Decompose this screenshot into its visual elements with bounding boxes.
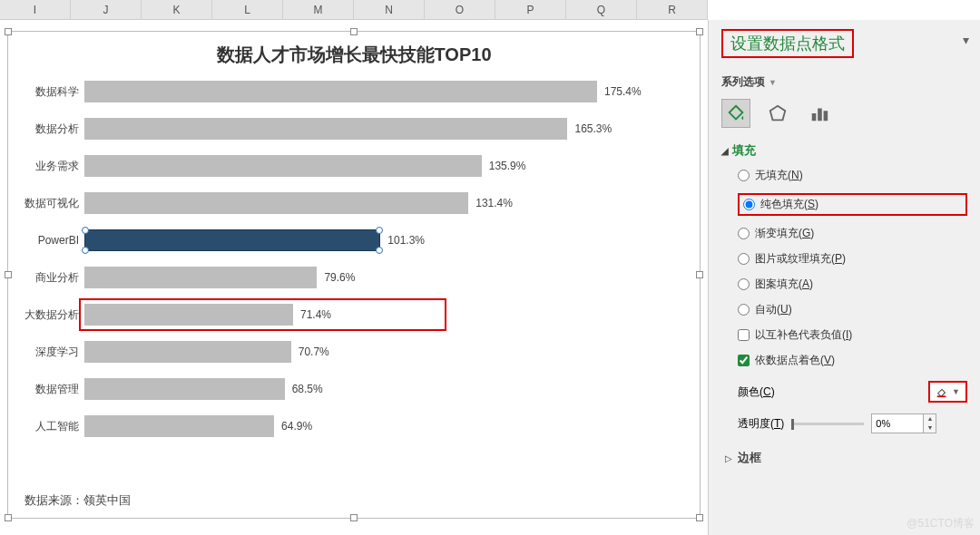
- bar-value-label: 135.9%: [489, 160, 526, 172]
- column-header[interactable]: N: [354, 0, 425, 19]
- bar-fill[interactable]: [84, 118, 567, 140]
- bar-fill[interactable]: [84, 415, 274, 437]
- svg-rect-4: [937, 395, 946, 397]
- main-layout: 数据人才市场增长最快技能TOP10 数据科学 175.4% 数据分析 165.3…: [0, 20, 980, 535]
- invert-negative-checkbox[interactable]: 以互补色代表负值(I): [738, 327, 967, 343]
- column-header[interactable]: R: [637, 0, 708, 19]
- column-header[interactable]: I: [0, 0, 71, 19]
- vary-by-point-checkbox[interactable]: 依数据点着色(V): [738, 353, 967, 368]
- series-tab-icon[interactable]: [805, 99, 834, 128]
- chart-source: 数据来源：领英中国: [24, 492, 131, 509]
- bar-row: 数据管理 68.5%: [24, 375, 683, 403]
- bar-value-label: 68.5%: [292, 383, 323, 395]
- color-row: 颜色(C) ▼: [721, 381, 967, 403]
- column-header[interactable]: P: [495, 0, 566, 19]
- column-header[interactable]: M: [283, 0, 354, 19]
- transparency-label: 透明度(T): [738, 416, 784, 432]
- transparency-input[interactable]: [871, 413, 924, 433]
- bar-fill[interactable]: [84, 81, 597, 102]
- bar-value-label: 71.4%: [300, 308, 331, 321]
- chart-container[interactable]: 数据人才市场增长最快技能TOP10 数据科学 175.4% 数据分析 165.3…: [7, 31, 701, 519]
- fill-option-gradient[interactable]: 渐变填充(G): [738, 226, 967, 241]
- panel-title: 设置数据点格式: [730, 34, 845, 53]
- bar-value-label: 64.9%: [281, 420, 312, 433]
- bar-row: 深度学习 70.7%: [24, 338, 683, 365]
- bar-row: 数据可视化 131.4%: [24, 190, 683, 217]
- chart-title[interactable]: 数据人才市场增长最快技能TOP10: [24, 43, 683, 67]
- fill-option-none[interactable]: 无填充(N): [738, 168, 967, 183]
- bar-value-label: 101.3%: [387, 234, 425, 247]
- series-options-label: 系列选项: [721, 74, 765, 90]
- bar-value-label: 70.7%: [299, 345, 329, 358]
- bar-category-label: 数据可视化: [24, 196, 84, 211]
- bar-category-label: 业务需求: [24, 159, 84, 174]
- paint-bucket-icon: [936, 385, 948, 398]
- dropdown-icon: ▼: [952, 387, 960, 396]
- bar-fill[interactable]: [84, 267, 317, 288]
- fill-option-solid[interactable]: 纯色填充(S): [743, 197, 818, 212]
- close-icon[interactable]: ▾: [963, 33, 969, 47]
- collapse-icon: ◢: [721, 146, 729, 156]
- transparency-slider[interactable]: [791, 423, 864, 425]
- column-header[interactable]: O: [425, 0, 495, 19]
- svg-rect-1: [812, 113, 817, 121]
- bar-fill[interactable]: [84, 155, 482, 177]
- color-label: 颜色(C): [738, 384, 775, 400]
- bar-fill[interactable]: [84, 304, 293, 326]
- bar-row: PowerBI 101.3%: [24, 227, 683, 254]
- bar-value-label: 165.3%: [574, 122, 612, 135]
- bar-category-label: 大数据分析: [24, 307, 84, 323]
- fill-section-header[interactable]: ◢ 填充: [721, 142, 967, 159]
- fill-options: 无填充(N) 纯色填充(S) 渐变填充(G) 图片或纹理填充(P) 图案填充(A…: [721, 168, 967, 368]
- svg-rect-3: [824, 111, 828, 121]
- border-label: 边框: [738, 450, 761, 466]
- bar-row: 数据分析 165.3%: [24, 115, 683, 142]
- svg-marker-0: [770, 106, 786, 121]
- bar-fill[interactable]: [84, 378, 285, 400]
- bar-category-label: 数据分析: [24, 122, 84, 137]
- watermark: @51CTO博客: [906, 516, 975, 531]
- dropdown-icon: ▼: [769, 78, 777, 87]
- transparency-row: 透明度(T) ▲▼: [721, 413, 967, 433]
- fill-tab-icon[interactable]: [721, 99, 750, 128]
- column-header[interactable]: Q: [566, 0, 637, 19]
- bar-row: 大数据分析 71.4%: [24, 301, 683, 328]
- fill-option-auto[interactable]: 自动(U): [738, 302, 967, 317]
- bar-row: 数据科学 175.4%: [24, 78, 683, 105]
- fill-option-pattern[interactable]: 图案填充(A): [738, 277, 967, 292]
- fill-option-picture[interactable]: 图片或纹理填充(P): [738, 251, 967, 267]
- fill-section-label: 填充: [732, 142, 756, 159]
- column-header[interactable]: K: [142, 0, 212, 19]
- bar-row: 业务需求 135.9%: [24, 152, 683, 180]
- column-headers: IJKLMNOPQR: [0, 0, 708, 20]
- bars-group: 数据科学 175.4% 数据分析 165.3% 业务需求 135.9% 数据可视…: [24, 78, 683, 440]
- bar-value-label: 175.4%: [604, 85, 642, 98]
- chart-area: 数据人才市场增长最快技能TOP10 数据科学 175.4% 数据分析 165.3…: [0, 20, 708, 535]
- panel-title-highlight: 设置数据点格式: [721, 29, 854, 58]
- bar-value-label: 79.6%: [324, 271, 355, 284]
- bar-category-label: 深度学习: [24, 345, 84, 360]
- bar-row: 商业分析 79.6%: [24, 264, 683, 291]
- transparency-spinner[interactable]: ▲▼: [924, 413, 936, 433]
- format-panel: 设置数据点格式 ▾ 系列选项 ▼ ◢ 填充 无填充(N) 纯色填充(S) 渐变填…: [708, 20, 980, 535]
- effects-tab-icon[interactable]: [763, 99, 792, 128]
- format-tabs: [721, 99, 967, 128]
- color-picker-button[interactable]: ▼: [928, 381, 967, 403]
- bar-row: 人工智能 64.9%: [24, 413, 683, 440]
- column-header[interactable]: L: [212, 0, 283, 19]
- border-section-header[interactable]: ▷ 边框: [721, 450, 967, 466]
- expand-icon: ▷: [725, 453, 732, 463]
- bar-fill[interactable]: [84, 341, 291, 363]
- bar-category-label: 数据管理: [24, 382, 84, 397]
- bar-fill[interactable]: [84, 192, 468, 214]
- bar-category-label: 商业分析: [24, 270, 84, 286]
- bar-fill[interactable]: [84, 229, 380, 251]
- bar-category-label: 人工智能: [24, 419, 84, 434]
- bar-category-label: PowerBI: [24, 234, 84, 247]
- bar-value-label: 131.4%: [475, 197, 513, 209]
- column-header[interactable]: J: [71, 0, 142, 19]
- series-options-dropdown[interactable]: 系列选项 ▼: [721, 74, 967, 90]
- svg-rect-2: [818, 109, 822, 122]
- bar-category-label: 数据科学: [24, 84, 84, 100]
